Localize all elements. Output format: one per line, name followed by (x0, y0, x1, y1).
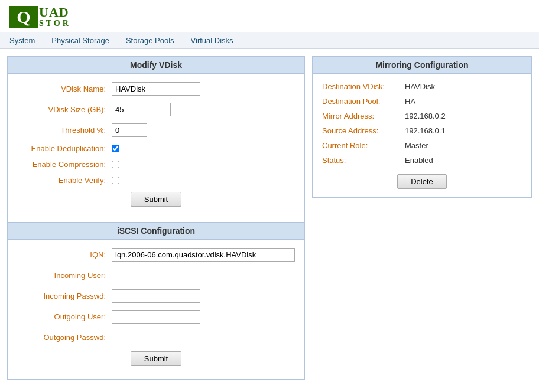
mirror-address-row: Mirror Address: 192.168.0.2 (322, 112, 522, 120)
iscsi-header: iSCSI Configuration (8, 223, 304, 240)
mirror-address-value: 192.168.0.2 (405, 112, 446, 120)
status-label: Status: (322, 156, 405, 165)
nav-item-system[interactable]: System (7, 35, 37, 46)
vdisk-name-row: VDisk Name: (17, 82, 295, 96)
logo-stor-text: STOR (39, 19, 71, 28)
dest-vdisk-label: Destination VDisk: (322, 82, 405, 91)
incoming-passwd-row: Incoming Passwd: (17, 289, 295, 303)
incoming-passwd-input[interactable] (112, 289, 200, 303)
outgoing-passwd-label: Outgoing Passwd: (17, 333, 112, 342)
delete-button[interactable]: Delete (397, 174, 447, 189)
modify-vdisk-header: Modify VDisk (8, 57, 304, 74)
current-role-row: Current Role: Master (322, 141, 522, 150)
vdisk-name-label: VDisk Name: (17, 84, 112, 93)
vdisk-size-label: VDisk Size (GB): (17, 105, 112, 114)
enable-compression-label: Enable Compression: (17, 160, 112, 169)
vdisk-size-row: VDisk Size (GB): (17, 103, 295, 116)
modify-vdisk-submit-row: Submit (17, 192, 295, 207)
threshold-row: Threshold %: (17, 123, 295, 137)
nav-item-physical-storage[interactable]: Physical Storage (49, 35, 112, 46)
mirroring-header: Mirroring Configuration (313, 57, 531, 74)
incoming-user-row: Incoming User: (17, 269, 295, 282)
iscsi-submit-button[interactable]: Submit (131, 351, 181, 366)
header: Q UAD STOR (0, 0, 539, 32)
outgoing-passwd-input[interactable] (112, 331, 200, 344)
nav-item-virtual-disks[interactable]: Virtual Disks (189, 35, 236, 46)
logo: Q UAD STOR (9, 6, 71, 28)
logo-uad-text: UAD (39, 6, 71, 19)
enable-verify-checkbox[interactable] (112, 177, 119, 184)
enable-compression-checkbox[interactable] (112, 161, 119, 168)
dest-pool-value: HA (405, 97, 415, 106)
right-panel: Mirroring Configuration Destination VDis… (312, 56, 532, 198)
mirror-address-label: Mirror Address: (322, 112, 405, 120)
outgoing-user-label: Outgoing User: (17, 312, 112, 321)
iqn-label: IQN: (17, 250, 112, 259)
enable-dedup-row: Enable Deduplication: (17, 144, 295, 153)
iqn-row: IQN: (17, 248, 295, 262)
status-row: Status: Enabled (322, 156, 522, 165)
delete-row: Delete (322, 174, 522, 189)
current-role-value: Master (405, 141, 428, 150)
status-value: Enabled (405, 156, 433, 165)
iscsi-section: iSCSI Configuration IQN: Incoming User: … (8, 222, 304, 379)
enable-dedup-checkbox[interactable] (112, 145, 119, 152)
threshold-label: Threshold %: (17, 126, 112, 135)
modify-vdisk-section: Modify VDisk VDisk Name: VDisk Size (GB)… (8, 57, 304, 220)
incoming-user-label: Incoming User: (17, 271, 112, 280)
incoming-user-input[interactable] (112, 269, 200, 282)
iqn-input[interactable] (112, 248, 295, 262)
logo-q-letter: Q (17, 8, 30, 26)
dest-pool-label: Destination Pool: (322, 97, 405, 106)
outgoing-user-input[interactable] (112, 310, 200, 324)
nav-item-storage-pools[interactable]: Storage Pools (124, 35, 177, 46)
enable-verify-label: Enable Verify: (17, 176, 112, 185)
outgoing-passwd-row: Outgoing Passwd: (17, 331, 295, 344)
threshold-input[interactable] (112, 123, 147, 137)
dest-vdisk-value: HAVDisk (405, 82, 435, 91)
iscsi-submit-row: Submit (17, 351, 295, 366)
incoming-passwd-label: Incoming Passwd: (17, 292, 112, 300)
source-address-row: Source Address: 192.168.0.1 (322, 126, 522, 135)
main-content: Modify VDisk VDisk Name: VDisk Size (GB)… (0, 49, 539, 387)
modify-vdisk-body: VDisk Name: VDisk Size (GB): Threshold %… (8, 74, 304, 220)
left-panel: Modify VDisk VDisk Name: VDisk Size (GB)… (7, 56, 305, 380)
dest-pool-row: Destination Pool: HA (322, 97, 522, 106)
enable-dedup-label: Enable Deduplication: (17, 144, 112, 153)
source-address-label: Source Address: (322, 126, 405, 135)
vdisk-name-input[interactable] (112, 82, 200, 96)
mirroring-body: Destination VDisk: HAVDisk Destination P… (313, 74, 531, 197)
enable-verify-row: Enable Verify: (17, 176, 295, 185)
logo-stack: UAD STOR (39, 6, 71, 28)
modify-vdisk-submit-button[interactable]: Submit (131, 192, 181, 207)
vdisk-size-input[interactable] (112, 103, 171, 116)
outgoing-user-row: Outgoing User: (17, 310, 295, 324)
enable-compression-row: Enable Compression: (17, 160, 295, 169)
dest-vdisk-row: Destination VDisk: HAVDisk (322, 82, 522, 91)
source-address-value: 192.168.0.1 (405, 126, 446, 135)
navbar: System Physical Storage Storage Pools Vi… (0, 32, 539, 49)
current-role-label: Current Role: (322, 141, 405, 150)
iscsi-body: IQN: Incoming User: Incoming Passwd: Out… (8, 240, 304, 379)
logo-box: Q (9, 6, 38, 28)
